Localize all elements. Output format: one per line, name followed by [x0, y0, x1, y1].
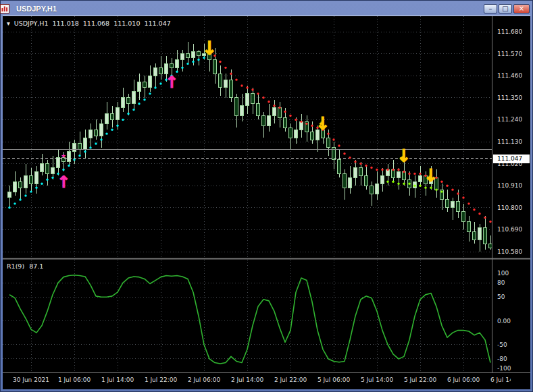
- star-markers-layer: ★★★★: [61, 120, 432, 181]
- window-controls: – □ ×: [484, 4, 530, 13]
- minimize-button[interactable]: –: [484, 4, 497, 13]
- quote-close: 111.047: [144, 20, 170, 27]
- maximize-button[interactable]: □: [499, 4, 512, 13]
- buy-arrow-icon: ↑: [165, 73, 178, 92]
- indicator-scale-label: 50: [497, 293, 505, 300]
- indicator-scale-label: -80: [497, 356, 507, 362]
- star-marker-icon: ★: [426, 174, 432, 181]
- time-axis-separator: [3, 372, 530, 373]
- indicator-scale-label: 0.00: [497, 318, 511, 325]
- indicator-scale-label: 100: [497, 270, 509, 277]
- indicator-grid-layer: [3, 260, 492, 372]
- chart-window-icon: [4, 4, 14, 13]
- price-grid-layer: [3, 16, 492, 258]
- sell-arrow-icon: ↓: [201, 37, 217, 59]
- star-marker-icon: ★: [318, 120, 324, 127]
- time-axis-label: 1 Jul 22:00: [145, 376, 177, 383]
- indicator-scale-label: 80: [497, 279, 505, 286]
- window-title: USDJPY,H1: [16, 5, 481, 13]
- time-axis[interactable]: 30 Jun 20211 Jul 06:001 Jul 14:001 Jul 2…: [3, 373, 511, 389]
- price-scale-label: 111.130: [497, 138, 522, 145]
- quote-high: 111.068: [83, 20, 109, 27]
- star-marker-icon: ★: [399, 155, 405, 161]
- indicator-chart[interactable]: [3, 260, 492, 372]
- titlebar[interactable]: USDJPY,H1 – □ ×: [3, 3, 530, 16]
- time-axis-label: 5 Jul 22:00: [404, 376, 436, 383]
- chart-content: ↑↑↓↓↓↓★★★★ ▾ USDJPY,H1 111.018 111.068 1…: [3, 16, 530, 389]
- time-axis-label: 2 Jul 22:00: [274, 376, 307, 383]
- trend-dots-layer: [8, 51, 491, 223]
- quote-header: ▾ USDJPY,H1 111.018 111.068 111.010 111.…: [7, 20, 173, 27]
- price-scale-label: 111.350: [497, 94, 522, 101]
- star-marker-icon: ★: [61, 152, 66, 159]
- buy-arrow-icon: ↑: [57, 173, 70, 192]
- candles-layer: [8, 42, 492, 252]
- time-axis-label: 30 Jun 2021: [13, 376, 49, 383]
- mt4-chart-window: USDJPY,H1 – □ × ↑↑↓↓↓↓★★★★ ▾ USDJPY,H1 1…: [0, 0, 533, 392]
- indicator-label: R1(9) 87.1: [7, 262, 46, 270]
- time-axis-label: 5 Jul 06:00: [318, 376, 350, 383]
- indicator-name: R1(9): [7, 262, 24, 270]
- price-scale-label: 110.800: [497, 204, 522, 211]
- price-scale-label: 110.910: [497, 182, 522, 189]
- indicator-value: 87.1: [29, 262, 43, 270]
- close-button[interactable]: ×: [513, 4, 530, 13]
- quote-low: 111.010: [113, 20, 140, 27]
- price-scale-label: 111.680: [497, 28, 522, 35]
- indicator-scale-label: -50: [497, 341, 507, 348]
- quote-symbol: USDJPY,H1: [14, 20, 49, 27]
- time-axis-label: 5 Jul 14:00: [361, 376, 393, 383]
- price-scale-label: 111.240: [497, 116, 522, 123]
- quote-open: 111.018: [52, 20, 78, 27]
- time-axis-label: 1 Jul 06:00: [58, 376, 91, 383]
- time-axis-label: 6 Jul 06:00: [447, 376, 480, 383]
- pane-splitter[interactable]: [3, 258, 530, 260]
- oscillator-line-layer: [9, 275, 490, 364]
- time-axis-label: 6 Jul 14:00: [490, 376, 511, 383]
- price-scale-label: 111.570: [497, 51, 522, 57]
- time-axis-label: 2 Jul 06:00: [188, 376, 220, 383]
- price-scale-label: 110.580: [497, 248, 522, 255]
- price-scale-label: 110.690: [497, 226, 522, 233]
- time-axis-label: 1 Jul 14:00: [101, 376, 134, 383]
- price-scale-label: 111.460: [497, 72, 522, 79]
- indicator-scale-label: -100: [497, 365, 511, 372]
- main-price-chart[interactable]: ↑↑↓↓↓↓★★★★: [3, 16, 492, 258]
- time-axis-label: 2 Jul 14:00: [231, 376, 263, 383]
- symbol-dropdown-icon[interactable]: ▾: [7, 20, 10, 27]
- price-scale[interactable]: 111.047 111.680111.570111.460111.350111.…: [492, 16, 530, 372]
- current-price-box: 111.047: [493, 155, 530, 163]
